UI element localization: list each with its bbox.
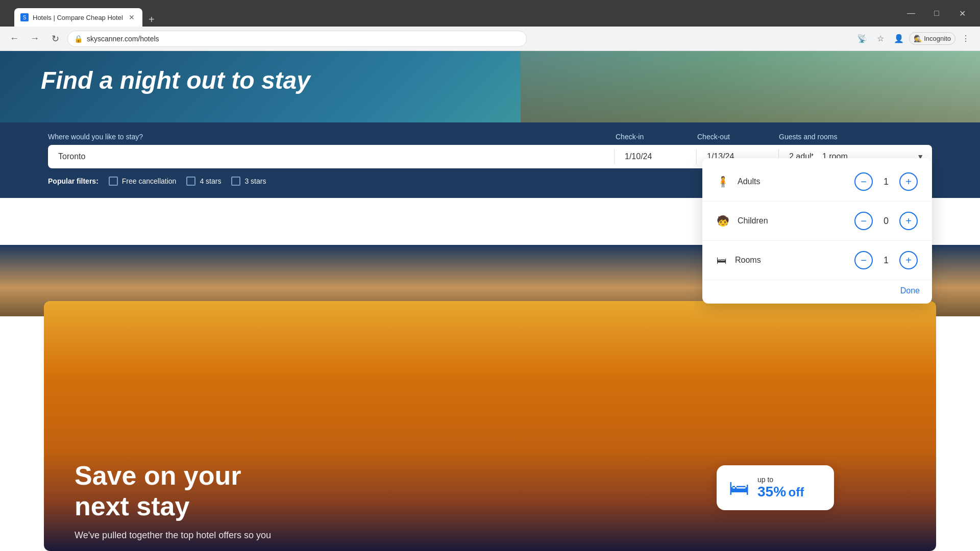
bookmark-button[interactable]: ☆ [872,31,889,47]
address-bar[interactable]: 🔒 skyscanner.com/hotels [67,31,527,47]
lower-banner: Save on your next stay We've pulled toge… [44,301,936,551]
done-button[interactable]: Done [900,286,920,295]
hero-tagline: Find a night out to stay [41,66,310,94]
lower-banner-title-line1: Save on your [75,461,241,490]
hero-deck-overlay [521,51,980,122]
filter-4-stars[interactable]: 4 stars [186,177,221,186]
active-tab[interactable]: S Hotels | Compare Cheap Hotel ✕ [14,8,142,27]
lower-banner-subtitle: We've pulled together the top hotel offe… [75,530,271,541]
incognito-icon: 🕵️ [914,35,922,42]
3-stars-checkbox[interactable] [231,177,240,186]
rooms-increment-button[interactable]: + [899,251,918,269]
promo-card: 🛏 up to 35% off [717,465,834,510]
children-increment-button[interactable]: + [899,212,918,230]
tab-close-button[interactable]: ✕ [127,13,136,22]
minimize-button[interactable]: — [899,5,923,21]
promo-discount: 35% off [757,484,804,500]
adult-icon: 🧍 [717,176,729,188]
filters-label: Popular filters: [48,177,99,185]
lock-icon: 🔒 [74,35,83,43]
tab-bar: S Hotels | Compare Cheap Hotel ✕ + [14,0,895,27]
done-row: Done [702,280,932,304]
search-labels: Where would you like to stay? Check-in C… [48,133,932,141]
rooms-value: 1 [881,255,891,266]
guests-label: Guests and rooms [779,133,932,141]
incognito-badge: 🕵️ Incognito [909,32,955,45]
cast-button[interactable]: 📡 [854,31,870,47]
lower-banner-title: Save on your next stay [75,461,271,522]
forward-button[interactable]: → [27,31,43,47]
back-button[interactable]: ← [6,31,22,47]
free-cancellation-checkbox[interactable] [109,177,118,186]
browser-actions: 📡 ☆ 👤 🕵️ Incognito ⋮ [854,31,974,47]
refresh-button[interactable]: ↻ [47,31,63,47]
close-window-button[interactable]: ✕ [950,5,974,21]
child-icon: 🧒 [717,215,729,227]
4-stars-checkbox[interactable] [186,177,195,186]
browser-chrome: S Hotels | Compare Cheap Hotel ✕ + — □ ✕ [0,0,980,27]
destination-input[interactable] [48,145,614,168]
filter-3-stars[interactable]: 3 stars [231,177,266,186]
promo-text: up to 35% off [757,475,804,500]
children-decrement-button[interactable]: − [854,212,873,230]
destination-label: Where would you like to stay? [48,133,616,141]
children-controls: − 0 + [854,212,918,230]
guests-dropdown-panel: 🧍 Adults − 1 + 🧒 Children − 0 + 🛏 Rooms … [702,158,932,304]
children-value: 0 [881,216,891,227]
promo-percent-value: 35% [757,484,786,499]
page-content: Find a night out to stay Where would you… [0,51,980,551]
adults-decrement-button[interactable]: − [854,172,873,191]
rooms-label: Rooms [735,256,854,265]
room-icon: 🛏 [717,255,727,266]
new-tab-button[interactable]: + [144,12,159,27]
checkin-input[interactable] [615,145,696,168]
tab-favicon: S [20,13,29,21]
promo-up-to-label: up to [757,475,804,484]
lower-banner-title-line2: next stay [75,491,189,521]
dropdown-arrow [810,151,824,158]
children-label: Children [738,216,854,226]
incognito-label: Incognito [924,35,951,42]
adults-increment-button[interactable]: + [899,172,918,191]
checkout-label: Check-out [697,133,779,141]
adults-controls: − 1 + [854,172,918,191]
4-stars-label: 4 stars [200,177,221,185]
menu-button[interactable]: ⋮ [958,31,974,47]
maximize-button[interactable]: □ [925,5,948,21]
promo-bed-icon: 🛏 [729,477,749,499]
profile-button[interactable]: 👤 [891,31,907,47]
window-controls: — □ ✕ [899,5,974,21]
filter-free-cancellation[interactable]: Free cancellation [109,177,177,186]
promo-off-label: off [789,485,804,499]
children-row: 🧒 Children − 0 + [702,202,932,241]
lower-banner-content: Save on your next stay We've pulled toge… [75,461,271,541]
checkin-label: Check-in [616,133,697,141]
rooms-controls: − 1 + [854,251,918,269]
rooms-row: 🛏 Rooms − 1 + [702,241,932,280]
adults-label: Adults [738,177,854,186]
url-text: skyscanner.com/hotels [87,35,159,43]
adults-value: 1 [881,177,891,187]
hero-background: Find a night out to stay [0,51,980,122]
free-cancellation-label: Free cancellation [122,177,177,185]
tab-title: Hotels | Compare Cheap Hotel [33,14,123,21]
address-bar-row: ← → ↻ 🔒 skyscanner.com/hotels 📡 ☆ 👤 🕵️ I… [0,27,980,51]
adults-row: 🧍 Adults − 1 + [702,162,932,202]
rooms-decrement-button[interactable]: − [854,251,873,269]
3-stars-label: 3 stars [244,177,266,185]
